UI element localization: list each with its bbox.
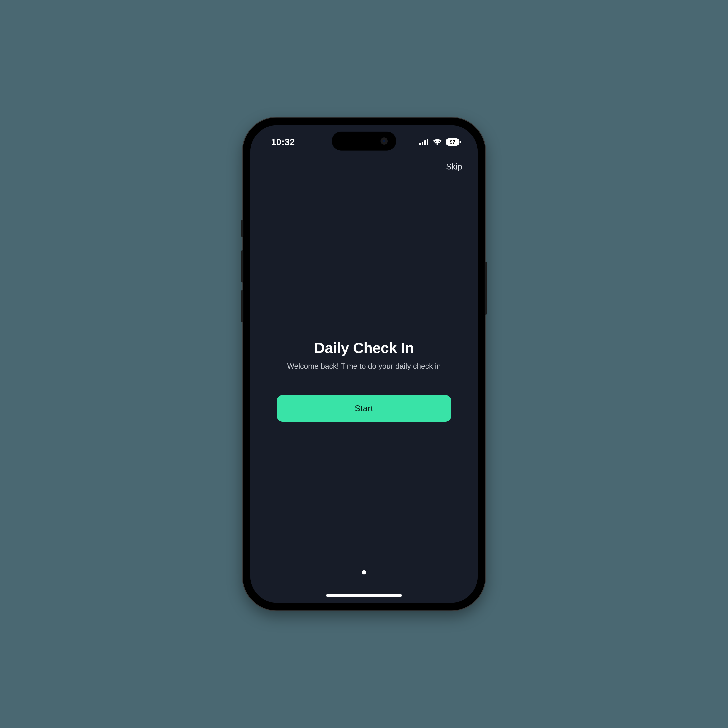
battery-icon: 97 [446, 138, 461, 145]
svg-rect-3 [427, 139, 428, 145]
volume-down-button [241, 290, 243, 322]
battery-level: 97 [446, 139, 459, 145]
page-subtitle: Welcome back! Time to do your daily chec… [287, 362, 441, 370]
volume-up-button [241, 250, 243, 283]
front-camera-icon [381, 138, 388, 145]
status-time: 10:32 [271, 137, 295, 147]
svg-rect-0 [419, 143, 421, 145]
screen: 10:32 [250, 125, 478, 603]
cellular-icon [419, 139, 429, 145]
svg-rect-5 [460, 141, 461, 143]
svg-rect-2 [424, 140, 426, 145]
start-button[interactable]: Start [277, 395, 451, 422]
phone-frame: 10:32 [243, 118, 485, 610]
status-indicators: 97 [419, 138, 461, 145]
power-button [485, 262, 487, 315]
page-indicator-dot [362, 570, 366, 574]
wifi-icon [433, 139, 442, 145]
dynamic-island [332, 132, 396, 150]
main-content: Daily Check In Welcome back! Time to do … [250, 166, 478, 595]
silence-switch [241, 220, 243, 237]
svg-rect-1 [422, 142, 423, 145]
page-title: Daily Check In [314, 340, 414, 356]
home-indicator[interactable] [326, 594, 402, 597]
